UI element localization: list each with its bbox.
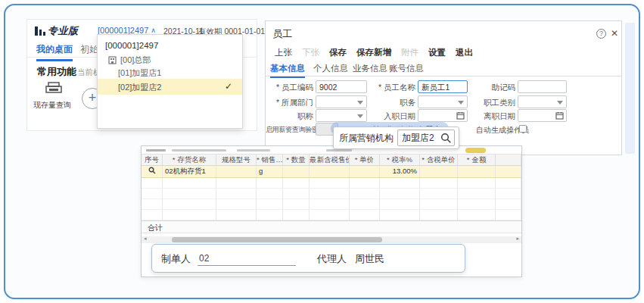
col-filler [496,155,521,165]
title-label: 职称 [266,111,313,122]
cell-amount [458,166,496,177]
emp-code-value: 9002 [319,83,337,92]
app-logo-text: 专业版 [48,24,79,38]
chevron-down-icon [357,114,363,118]
col-latest-price[interactable]: 最新含税售价 [310,155,350,165]
title-select[interactable] [316,109,367,122]
grid-row-empty[interactable] [142,199,521,210]
org-item-label: [00]总部 [120,55,151,66]
brand-mark-icon [35,27,45,36]
org-callout-input[interactable]: 加盟店2 [397,130,455,146]
help-icon[interactable]: ? [596,29,606,39]
tab-my-desktop[interactable]: 我的桌面 [36,43,73,61]
col-tax-rate[interactable]: * 税率% [380,155,420,165]
calendar-icon[interactable] [555,111,564,120]
building-icon [108,56,117,64]
cell-latest-price [310,166,350,177]
close-icon[interactable]: ✕ [611,28,618,39]
scroll-left-arrow[interactable]: ◂ [144,236,147,242]
grid-row-empty[interactable] [142,178,521,189]
maker-underline [198,265,296,266]
maker-callout-value[interactable]: 02 [199,253,209,264]
scrollbar-thumb[interactable] [172,237,382,242]
section-common-functions: 常用功能 [37,65,76,79]
grid-row-empty[interactable] [142,189,521,199]
maker-callout-label: 制单人 [161,252,191,266]
org-dropdown-panel: [000001]2497 [00]总部 [01]加盟店1 [02]加盟店2 ✓ [97,34,243,129]
chevron-down-icon [557,101,563,105]
org-item-headquarters[interactable]: [00]总部 [108,55,151,66]
col-amount[interactable]: * 金额 [458,155,496,165]
row-edit-icon [148,167,156,174]
highlight-pill [465,148,486,153]
tab-personal-info[interactable]: 个人信息 [313,63,348,74]
scroll-right-arrow[interactable]: ▸ [516,236,519,242]
org-item-label: [02]加盟店2 [118,82,161,93]
inventory-query-icon[interactable] [45,82,63,97]
employee-toolbar: 上张 下张 保存 保存新增 附件 设置 退出 [275,47,473,58]
department-label: * 所属部门 [266,98,313,108]
mnemonic-input[interactable] [518,80,567,93]
check-icon: ✓ [225,81,232,92]
exit-button[interactable]: 退出 [456,47,473,58]
cell-inventory-name: 02机构存货1 [163,166,216,177]
emp-name-input[interactable]: 新员工1 [418,80,468,93]
calendar-icon[interactable] [456,111,465,120]
org-item-store1[interactable]: [01]加盟店1 [118,67,161,79]
cell-unit-price [350,166,380,177]
next-record-button: 下张 [302,47,319,58]
truncated-top-strip [142,146,521,155]
inventory-query-label[interactable]: 现存量查询 [33,100,71,111]
col-qty[interactable]: * 数量 [283,155,310,165]
col-seq[interactable]: 序号 [142,155,163,165]
tab-basic-info[interactable]: 基本信息 [270,63,305,78]
org-dropdown-header: [000001]2497 [105,41,158,50]
save-new-button[interactable]: 保存新增 [356,47,391,58]
tab-business-info[interactable]: 业务信息 [353,63,387,74]
org-item-store2-selected[interactable]: [02]加盟店2 ✓ [98,79,242,95]
leave-date-label: 离职日期 [468,111,515,122]
prev-record-button[interactable]: 上张 [275,47,292,58]
tab-account-info[interactable]: 账号信息 [389,63,424,74]
emp-name-value: 新员工1 [422,83,450,92]
chevron-down-icon [458,101,464,105]
chevron-down-icon [357,101,363,105]
org-callout-value: 加盟店2 [402,132,440,145]
position-label: 职务 [368,98,415,108]
horizontal-scrollbar[interactable]: ◂ ▸ [142,236,521,243]
cell-tax-rate: 13.00% [380,166,420,177]
hire-date-label: 入职日期 [368,111,415,122]
chevron-up-icon: ∧ [151,27,156,34]
col-tax-price[interactable]: * 含税单价 [420,155,458,165]
grid-row-1[interactable]: 02机构存货1 g 13.00% [142,166,521,178]
col-spec[interactable]: 规格型号 [216,155,257,165]
salary-query-label: 启用薪资查询验密 [266,125,313,135]
grid-header-row: 序号 * 存货名称 规格型号 * 销售… * 数量 最新含税售价 * 单价 * … [142,155,521,166]
footer-callout: 制单人 02 代理人 周世民 [151,244,465,273]
emp-name-label: * 员工名称 [368,83,415,93]
agent-callout-value[interactable]: 周世民 [355,252,384,266]
leave-date-input[interactable] [518,109,567,122]
org-field-callout: 所属营销机构 加盟店2 [333,127,459,149]
emp-code-input[interactable]: 9002 [316,80,367,93]
emp-type-select[interactable] [518,95,567,108]
mnemonic-label: 助记码 [468,83,515,93]
agent-callout-label: 代理人 [317,252,347,266]
hire-date-input[interactable] [418,109,468,122]
auto-operator-checkbox[interactable] [519,125,527,133]
col-unit-price[interactable]: * 单价 [350,155,380,165]
right-scroll-strip[interactable] [625,23,635,154]
cell-spec [216,166,257,177]
total-label: 合计 [148,223,163,233]
col-inventory-name[interactable]: * 存货名称 [163,155,216,165]
position-select[interactable] [418,95,468,108]
department-select[interactable] [316,95,367,108]
cell-tax-price [420,166,458,177]
grid-row-empty[interactable] [142,210,521,220]
col-sale[interactable]: * 销售… [257,155,283,165]
save-button[interactable]: 保存 [329,47,347,58]
magnifier-icon[interactable] [440,133,452,144]
settings-button[interactable]: 设置 [428,47,446,58]
attachment-button: 附件 [401,47,418,58]
employee-window-title: 员工 [272,27,292,41]
